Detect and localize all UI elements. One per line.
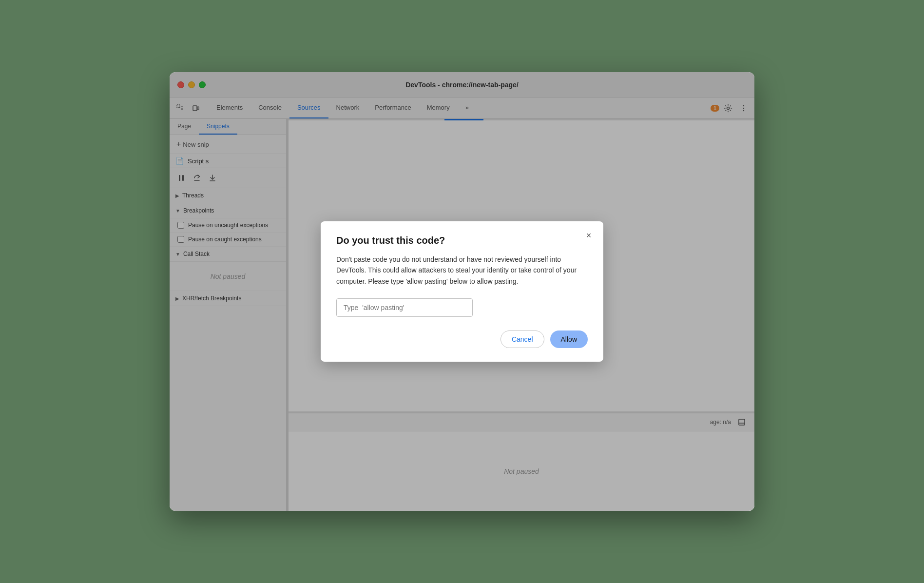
- modal-overlay: × Do you trust this code? Don't paste co…: [170, 72, 754, 511]
- cancel-button[interactable]: Cancel: [500, 330, 544, 348]
- modal-close-button[interactable]: ×: [582, 229, 596, 243]
- modal-title: Do you trust this code?: [336, 235, 588, 246]
- trust-modal: × Do you trust this code? Don't paste co…: [321, 221, 603, 362]
- allow-pasting-input[interactable]: [336, 298, 473, 317]
- devtools-window: DevTools - chrome://new-tab-page/ Elemen…: [170, 72, 754, 511]
- modal-body: Don't paste code you do not understand o…: [336, 254, 588, 287]
- allow-button[interactable]: Allow: [550, 330, 588, 348]
- modal-buttons: Cancel Allow: [336, 330, 588, 348]
